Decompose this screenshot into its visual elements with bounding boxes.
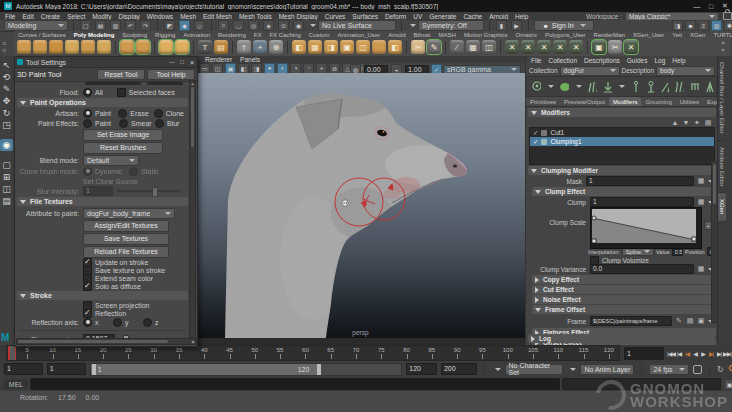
tool-settings-toggle-icon[interactable]: ✱ <box>724 20 732 31</box>
menu-item[interactable]: Mesh <box>179 13 197 20</box>
text-tool-icon[interactable]: T <box>198 40 212 54</box>
move-up-icon[interactable]: ▲ <box>671 119 679 127</box>
shelf-tab[interactable]: Motion Graphics <box>460 32 512 38</box>
xgen-tab[interactable]: Primitives <box>526 97 560 106</box>
play-forwards-button[interactable]: ▶ <box>699 349 707 358</box>
layout-outliner-icon[interactable]: ▤ <box>0 195 13 207</box>
menu-item[interactable]: Arnold <box>488 13 509 20</box>
menu-item[interactable]: Deform <box>384 13 407 20</box>
platonic-icon[interactable] <box>159 40 173 54</box>
clumping-modifier-section[interactable]: Clumping Modifier <box>528 166 716 175</box>
hand-knife-icon[interactable]: ✂ <box>411 40 425 54</box>
save-scene-icon[interactable]: ▥ <box>110 20 121 31</box>
render-icon[interactable]: ▮ <box>496 20 507 31</box>
reset-brushes-button[interactable]: Reset Brushes <box>83 142 163 154</box>
target-weld-x-icon[interactable]: ✕ <box>505 40 519 54</box>
menu-item[interactable]: Mesh Display <box>278 13 319 20</box>
mask-texture-icon[interactable]: ▦ <box>697 177 705 185</box>
menu-item[interactable]: Cache <box>462 13 483 20</box>
range-slider-bar[interactable]: 1 120 <box>90 363 403 376</box>
shelf-tab[interactable]: FX Caching <box>265 32 304 38</box>
sweep-mesh-icon[interactable]: ▤ <box>214 40 228 54</box>
maximize-button[interactable]: □ <box>704 0 718 12</box>
step-back-frame-button[interactable]: |◀ <box>675 349 683 358</box>
shelf-tab[interactable]: Curves / Surfaces <box>14 32 70 38</box>
undo-icon[interactable]: ↶ <box>125 20 136 31</box>
collection-dropdown[interactable]: dogFur <box>560 66 620 76</box>
clump-texture-icon[interactable]: ▦ <box>697 198 705 206</box>
shelf-tab[interactable]: TURTLE <box>709 32 732 38</box>
menu-item[interactable]: Windows <box>146 13 174 20</box>
shelf-tab[interactable]: Polygons_User <box>541 32 590 38</box>
menu-item[interactable]: Surfaces <box>351 13 379 20</box>
comb-icon[interactable] <box>688 80 699 93</box>
axis-x-radio[interactable] <box>83 318 92 327</box>
shelf-tab[interactable]: Custom <box>305 32 334 38</box>
shelf-tab[interactable]: Sculpting <box>118 32 151 38</box>
variance-texture-icon[interactable]: ▦ <box>697 265 705 273</box>
edit-expression-icon[interactable]: ✎ <box>675 317 683 325</box>
shelf-tab[interactable]: Animation <box>179 32 214 38</box>
sphere-tool-icon[interactable] <box>120 40 134 54</box>
character-set-caret[interactable] <box>495 368 501 371</box>
workspace-lock-icon[interactable] <box>723 12 732 20</box>
shelf-menu-icon[interactable]: ≡≡ <box>2 40 12 54</box>
auto-keyframe-icon[interactable] <box>728 364 732 374</box>
shelf-tab[interactable]: Yeti <box>668 32 686 38</box>
playback-end-field[interactable]: 120 <box>406 363 437 375</box>
viewport-toolbar-icon[interactable]: ⊘ <box>329 63 340 74</box>
flood-all-radio[interactable] <box>83 88 92 97</box>
collapse-icon[interactable]: ✕ <box>553 40 567 54</box>
playback-start-field[interactable]: 1 <box>47 363 86 375</box>
shelf-tab[interactable]: Animation_User <box>333 32 384 38</box>
clump-field[interactable]: 1 <box>590 197 694 207</box>
xgen-tab[interactable]: Modifiers <box>609 97 641 106</box>
time-slider[interactable]: 5101520253035404550556065707580859095100… <box>6 345 620 361</box>
menu-item[interactable]: Mesh Tools <box>238 13 273 20</box>
stroke-section[interactable]: Stroke <box>17 291 188 300</box>
viewport-toolbar-icon[interactable]: ◧ <box>238 63 249 74</box>
merge-icon[interactable]: ◫ <box>356 40 370 54</box>
symmetry-caret[interactable] <box>410 24 416 27</box>
add-guides-icon[interactable] <box>586 80 597 93</box>
shelf-tab[interactable]: RenderMan <box>590 32 629 38</box>
move-down-icon[interactable]: ▼ <box>682 119 690 127</box>
select-object-icon[interactable]: ◆ <box>179 20 190 31</box>
shelf-tab[interactable]: Rigging <box>151 32 179 38</box>
go-to-start-button[interactable]: |◀◀ <box>667 349 675 358</box>
snap-options-caret[interactable] <box>310 24 316 27</box>
poly-sphere-icon[interactable] <box>17 40 31 54</box>
viewport-canvas[interactable]: persp <box>196 73 525 338</box>
xgen-menu-item[interactable]: File <box>530 57 542 64</box>
animation-start-field[interactable]: 1 <box>4 363 43 375</box>
ts-maximize-button[interactable]: □ <box>177 59 187 65</box>
shelf-tab[interactable]: XGen <box>686 32 709 38</box>
insert-loop-icon[interactable]: ▦ <box>466 40 480 54</box>
save-textures-button[interactable]: Save Textures <box>83 233 169 245</box>
quad-draw-icon[interactable]: ✎ <box>427 40 441 54</box>
reflection-checkbox[interactable] <box>83 309 92 318</box>
redo-icon[interactable]: ↷ <box>140 20 151 31</box>
separate-icon[interactable]: ⊕ <box>269 40 283 54</box>
live-surface-dropdown[interactable]: No Live Surface <box>318 20 396 31</box>
xgen-menu-item[interactable]: Log <box>653 57 666 64</box>
sidebar-tab[interactable]: Channel Box / Layer Editor <box>718 56 726 141</box>
artisan-paint-radio[interactable] <box>83 109 92 118</box>
multi-cut-icon[interactable]: ∕ <box>450 40 464 54</box>
menu-set-dropdown[interactable]: Modeling <box>4 20 68 31</box>
clump-volumize-checkbox[interactable] <box>590 256 599 265</box>
sign-in-button[interactable]: ☻ Sign In <box>534 20 594 31</box>
menu-item[interactable]: File <box>4 13 16 20</box>
layout-two-pane-icon[interactable]: ◫ <box>0 183 13 195</box>
new-scene-icon[interactable]: ▢ <box>80 20 91 31</box>
poly-torus-icon[interactable] <box>81 40 95 54</box>
play-backwards-button[interactable]: ◀ <box>691 349 699 358</box>
viewport-toolbar-icon[interactable]: ◔ <box>303 63 314 74</box>
mirror-icon[interactable]: ◧ <box>388 40 402 54</box>
step-forward-frame-button[interactable]: ▶| <box>715 349 723 358</box>
shelf-tab[interactable]: Ornatrix <box>512 32 541 38</box>
tuft-icon[interactable] <box>703 80 714 93</box>
frame-offset-section[interactable]: Frame Offset <box>532 305 716 314</box>
menu-item[interactable]: Edit <box>21 13 34 20</box>
xgen-menu-item[interactable]: Help <box>671 57 686 64</box>
